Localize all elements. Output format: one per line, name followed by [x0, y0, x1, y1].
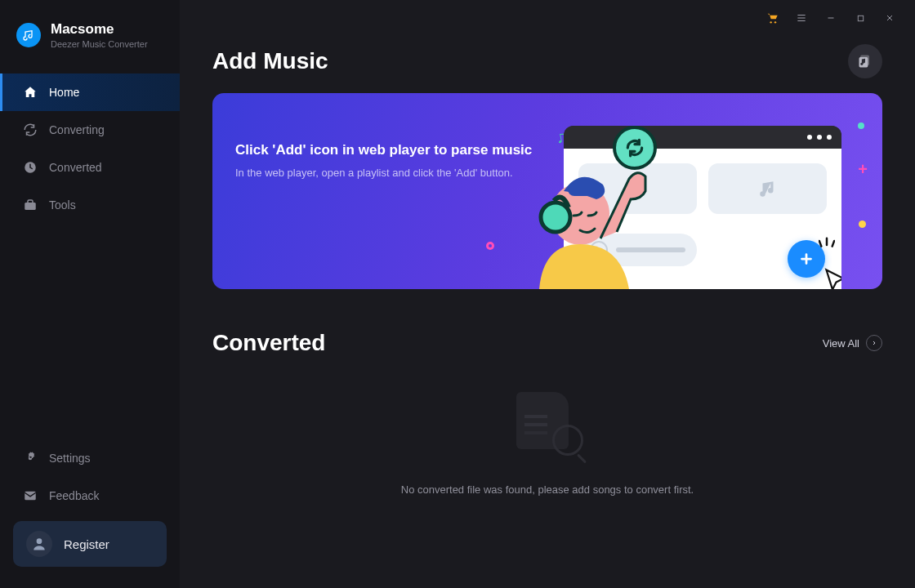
banner-illustration: ♫: [523, 118, 866, 281]
user-icon: [26, 531, 52, 557]
brand-name: Macsome: [51, 21, 148, 38]
person-illustration: [523, 150, 670, 289]
converted-title: Converted: [212, 330, 325, 356]
empty-state: No converted file was found, please add …: [212, 371, 882, 520]
minimize-button[interactable]: [819, 6, 843, 30]
sidebar-item-settings[interactable]: Settings: [0, 439, 180, 477]
svg-point-5: [774, 21, 776, 23]
sidebar-item-label: Settings: [49, 452, 91, 465]
brand-subtitle: Deezer Music Converter: [51, 39, 148, 49]
converted-header: Converted View All: [212, 330, 882, 356]
spark-lines-icon: [819, 234, 835, 248]
add-music-header: Add Music: [212, 44, 882, 78]
add-music-title: Add Music: [212, 48, 328, 74]
svg-rect-6: [858, 16, 863, 20]
sidebar-item-tools[interactable]: Tools: [0, 186, 180, 224]
add-source-button[interactable]: [848, 44, 882, 78]
sidebar: Macsome Deezer Music Converter Home Conv…: [0, 0, 180, 588]
home-icon: [23, 85, 38, 100]
close-button[interactable]: [877, 6, 902, 30]
titlebar: [180, 0, 915, 36]
svg-rect-10: [568, 183, 600, 196]
brand-logo-icon: [16, 23, 41, 47]
tools-icon: [23, 198, 38, 212]
maximize-button[interactable]: [848, 6, 873, 30]
menu-button[interactable]: [789, 6, 814, 30]
chevron-right-icon: [866, 335, 882, 351]
content: Add Music Click 'Add' icon in web player…: [180, 36, 915, 537]
sidebar-item-label: Converting: [49, 123, 105, 136]
circle-decoration-icon: [486, 242, 494, 250]
cursor-icon: [820, 266, 841, 289]
svg-rect-1: [25, 203, 36, 210]
sidebar-item-label: Converted: [49, 161, 102, 174]
sidebar-item-label: Home: [49, 86, 79, 99]
sidebar-item-converting[interactable]: Converting: [0, 111, 180, 149]
svg-point-3: [37, 538, 42, 544]
sidebar-item-label: Tools: [49, 198, 76, 212]
music-tile-icon: [708, 163, 827, 214]
empty-document-icon: [508, 385, 587, 459]
converted-icon: [23, 160, 38, 175]
view-all-label: View All: [823, 337, 859, 350]
bottom-nav: Settings Feedback Register: [0, 439, 180, 588]
settings-icon: [23, 451, 38, 466]
sidebar-item-home[interactable]: Home: [0, 74, 180, 111]
view-all-button[interactable]: View All: [823, 335, 882, 351]
converting-icon: [23, 122, 38, 137]
sidebar-item-converted[interactable]: Converted: [0, 149, 180, 186]
feedback-icon: [23, 488, 38, 503]
instruction-banner: Click 'Add' icon in web player to parse …: [212, 93, 882, 289]
main-nav: Home Converting Converted Tools: [0, 74, 180, 439]
main-area: Add Music Click 'Add' icon in web player…: [180, 0, 915, 588]
sidebar-item-feedback[interactable]: Feedback: [0, 477, 180, 514]
cart-button[interactable]: [760, 6, 784, 30]
svg-point-4: [770, 21, 771, 23]
empty-text: No converted file was found, please add …: [212, 483, 882, 496]
register-label: Register: [64, 537, 109, 551]
register-button[interactable]: Register: [13, 521, 167, 567]
brand-area: Macsome Deezer Music Converter: [0, 15, 180, 65]
sidebar-item-label: Feedback: [49, 489, 99, 502]
